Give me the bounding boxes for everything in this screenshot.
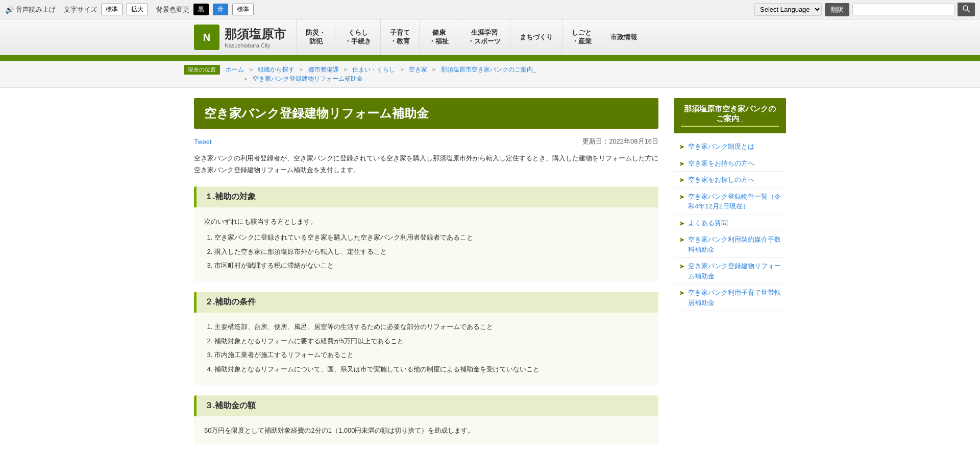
sidebar-link-0[interactable]: 空き家バンク制度とは	[688, 141, 754, 152]
logo-en: Nasushiobara City	[225, 42, 286, 49]
sidebar-link-item: ➤ 空き家バンク登録物件一覧（令和4年12月2日現在）	[674, 188, 786, 215]
sidebar-link-1[interactable]: 空き家をお持ちの方へ	[688, 158, 754, 169]
sidebar-link-2[interactable]: 空き家をお探しの方へ	[688, 175, 754, 185]
main-nav: 防災・ 防犯 くらし ・手続き 子育て ・教育 健康 ・福祉 生涯学習 ・スポー…	[296, 19, 796, 55]
breadcrumb-living[interactable]: 住まい・くらし	[352, 66, 395, 73]
sidebar-link-item: ➤ 空き家バンク利用子育て世帯転居補助金	[674, 285, 786, 311]
svg-point-0	[963, 6, 968, 10]
bg-blue-button[interactable]: 青	[213, 4, 228, 15]
breadcrumb-current[interactable]: 空き家バンク登録建物リフォーム補助金	[253, 75, 363, 82]
breadcrumb-sep5: ＞	[431, 66, 438, 73]
list-item: 購入した空き家に那須塩原市外から転入し、定住すること	[214, 246, 648, 257]
arrow-icon: ➤	[679, 289, 685, 297]
tweet-link[interactable]: Tweet	[194, 138, 212, 146]
breadcrumb-org[interactable]: 組織から探す	[258, 66, 295, 73]
breadcrumb-sep3: ＞	[342, 66, 350, 73]
svg-text:N: N	[203, 32, 210, 43]
section-1-header: １.補助の対象	[194, 186, 658, 207]
nav-item-lifelong[interactable]: 生涯学習 ・スポーツ	[458, 19, 510, 55]
sidebar-link-item: ➤ 空き家バンク制度とは	[674, 138, 786, 155]
content-area: 空き家バンク登録建物リフォーム補助金 Tweet 更新日：2022年08月16日…	[194, 98, 658, 455]
sidebar-link-7[interactable]: 空き家バンク利用子育て世帯転居補助金	[688, 288, 781, 308]
breadcrumb-sep4: ＞	[399, 66, 407, 73]
voice-read-button[interactable]: 音声読み上げ	[5, 5, 56, 14]
current-position-label: 現在の位置	[184, 65, 220, 75]
arrow-icon: ➤	[679, 193, 685, 201]
language-select[interactable]: Select Language	[754, 3, 822, 16]
list-item: 補助対象となるリフォームに要する経費が5万円以上であること	[214, 335, 648, 347]
svg-line-1	[967, 10, 970, 12]
sidebar-title: 那須塩原市空き家バンクのご案内_	[674, 98, 786, 133]
top-bar-right: Select Language 翻訳	[754, 3, 975, 16]
section-3-content: 50万円を限度として補助対象経費の2分の1（1,000円未満の額は切り捨て）を助…	[194, 416, 658, 444]
list-item: 空き家バンクに登録されている空き家を購入した空き家バンク利用者登録者であること	[214, 231, 648, 243]
search-button[interactable]	[958, 3, 975, 16]
nav-item-childcare[interactable]: 子育て ・教育	[380, 19, 419, 55]
logo-jp: 那須塩原市	[225, 26, 286, 42]
sidebar-link-item: ➤ 空き家をお探しの方へ	[674, 172, 786, 188]
nav-item-town[interactable]: まちづくり	[510, 19, 562, 55]
sidebar-link-item: ➤ 空き家バンク利用契約媒介手数料補助金	[674, 231, 786, 258]
section-3-text: 50万円を限度として補助対象経費の2分の1（1,000円未満の額は切り捨て）を助…	[204, 424, 648, 436]
logo-icon: N	[194, 25, 219, 50]
section-2-box: ２.補助の条件 主要構造部、台所、便所、風呂、居室等の生活するために必要な部分の…	[194, 292, 658, 385]
sidebar-link-6[interactable]: 空き家バンク登録建物リフォーム補助金	[688, 261, 781, 281]
site-header: N 那須塩原市 Nasushiobara City 防災・ 防犯 くらし ・手続…	[0, 19, 980, 61]
sidebar-link-5[interactable]: 空き家バンク利用契約媒介手数料補助金	[688, 234, 781, 254]
sidebar-link-4[interactable]: よくある質問	[688, 218, 728, 228]
breadcrumb-pad	[186, 75, 237, 82]
breadcrumb-sep2: ＞	[298, 66, 306, 73]
breadcrumb-bank-top[interactable]: 那須塩原市空き家バンクのご案内_	[441, 66, 536, 73]
breadcrumb-dept[interactable]: 都市整備課	[308, 66, 339, 73]
breadcrumb-bar: 現在の位置 ホーム ＞ 組織から探す ＞ 都市整備課 ＞ 住まい・くらし ＞ 空…	[0, 61, 980, 88]
voice-read-label: 音声読み上げ	[16, 5, 56, 14]
nav-item-health[interactable]: 健康 ・福祉	[419, 19, 458, 55]
breadcrumb-inner: 現在の位置 ホーム ＞ 組織から探す ＞ 都市整備課 ＞ 住まい・くらし ＞ 空…	[184, 65, 796, 83]
top-bar: 音声読み上げ 文字サイズ 標準 拡大 背景色変更 黒 青 標準 Select L…	[0, 0, 980, 19]
header-green-bar	[0, 55, 980, 59]
nav-item-work[interactable]: しごと ・産業	[562, 19, 601, 55]
translate-button[interactable]: 翻訳	[825, 3, 849, 16]
arrow-icon: ➤	[679, 235, 685, 244]
list-item: 市内施工業者が施工するリフォームであること	[214, 349, 648, 361]
arrow-icon: ➤	[679, 219, 685, 227]
fontsize-label: 文字サイズ	[64, 5, 97, 14]
section-1-box: １.補助の対象 次のいずれにも該当する方とします。 空き家バンクに登録されている…	[194, 186, 658, 282]
sidebar-title-accent	[681, 126, 779, 127]
intro-text: 空き家バンクの利用者登録者が、空き家バンクに登録されている空き家を購入し那須塩原…	[194, 152, 658, 176]
arrow-icon: ➤	[679, 143, 685, 151]
search-input[interactable]	[852, 4, 954, 15]
list-item: 補助対象となるリフォームについて、国、県又は市で実施している他の制度による補助金…	[214, 363, 648, 375]
sidebar-link-item: ➤ 空き家をお持ちの方へ	[674, 155, 786, 172]
section-1-list: 空き家バンクに登録されている空き家を購入した空き家バンク利用者登録者であること …	[204, 231, 648, 271]
nav-item-living[interactable]: くらし ・手続き	[335, 19, 380, 55]
breadcrumb-sep6: ＞	[242, 75, 250, 82]
search-icon	[962, 5, 970, 13]
nav-item-disaster[interactable]: 防災・ 防犯	[296, 19, 335, 55]
main-wrapper: 空き家バンク登録建物リフォーム補助金 Tweet 更新日：2022年08月16日…	[184, 98, 796, 455]
header-inner: N 那須塩原市 Nasushiobara City 防災・ 防犯 くらし ・手続…	[184, 19, 796, 55]
list-item: 市区町村が賦課する税に滞納がないこと	[214, 259, 648, 271]
sidebar-links: ➤ 空き家バンク制度とは ➤ 空き家をお持ちの方へ ➤ 空き家をお探しの方へ ➤…	[674, 133, 786, 316]
nav-item-city[interactable]: 市政情報	[601, 19, 646, 55]
bg-label: 背景色変更	[156, 5, 189, 14]
section-3-header: ３.補助金の額	[194, 395, 658, 416]
section-1-intro: 次のいずれにも該当する方とします。	[204, 216, 648, 227]
breadcrumb-vacant[interactable]: 空き家	[409, 66, 427, 73]
site-logo[interactable]: N 那須塩原市 Nasushiobara City	[184, 19, 296, 55]
page-title: 空き家バンク登録建物リフォーム補助金	[194, 98, 658, 129]
bg-standard-button[interactable]: 標準	[232, 4, 254, 15]
sidebar-link-3[interactable]: 空き家バンク登録物件一覧（令和4年12月2日現在）	[688, 192, 781, 211]
arrow-icon: ➤	[679, 159, 685, 168]
breadcrumb-home[interactable]: ホーム	[226, 66, 244, 73]
section-2-content: 主要構造部、台所、便所、風呂、居室等の生活するために必要な部分のリフォームである…	[194, 313, 658, 385]
list-item: 主要構造部、台所、便所、風呂、居室等の生活するために必要な部分のリフォームである…	[214, 321, 648, 333]
breadcrumb-links: ホーム ＞ 組織から探す ＞ 都市整備課 ＞ 住まい・くらし ＞ 空き家 ＞ 那…	[184, 66, 536, 82]
fontsize-standard-button[interactable]: 標準	[101, 4, 122, 15]
volume-icon	[5, 6, 14, 14]
fontsize-large-button[interactable]: 拡大	[127, 4, 148, 15]
bg-black-button[interactable]: 黒	[193, 4, 209, 15]
sidebar: 那須塩原市空き家バンクのご案内_ ➤ 空き家バンク制度とは ➤ 空き家をお持ちの…	[674, 98, 786, 455]
breadcrumb-sep1: ＞	[248, 66, 256, 73]
section-3-box: ３.補助金の額 50万円を限度として補助対象経費の2分の1（1,000円未満の額…	[194, 395, 658, 444]
